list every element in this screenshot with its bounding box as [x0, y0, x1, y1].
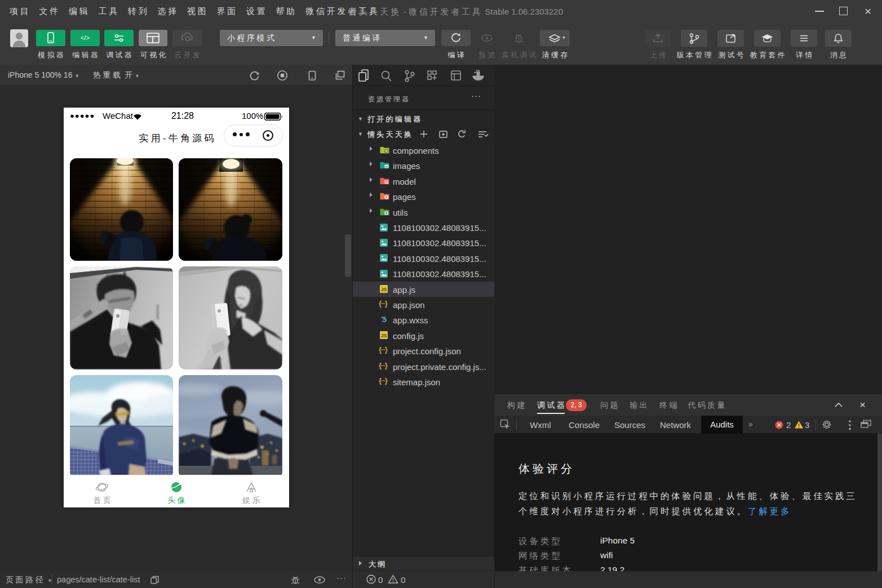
- svg-text:JS: JS: [381, 287, 387, 292]
- svg-text:JS: JS: [381, 333, 387, 338]
